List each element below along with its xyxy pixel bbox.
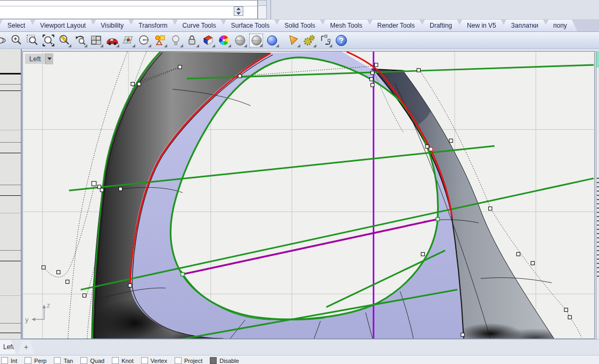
rotate-view-icon[interactable]: [0, 34, 7, 47]
control-point[interactable]: [65, 280, 69, 283]
control-point[interactable]: [97, 185, 101, 188]
control-point[interactable]: [370, 78, 373, 81]
tab-new-in-v5[interactable]: New in V5: [456, 20, 507, 31]
light-icon[interactable]: [169, 34, 183, 47]
spinner-down-button[interactable]: [234, 12, 243, 16]
new-viewport-tab-button[interactable]: +: [18, 340, 34, 354]
control-point[interactable]: [564, 308, 568, 311]
control-point[interactable]: [100, 188, 103, 192]
checkbox-knot[interactable]: [112, 357, 119, 364]
command-scrollbar[interactable]: [258, 0, 267, 19]
shade-car-icon[interactable]: [105, 34, 119, 47]
shaded-view-icon[interactable]: [233, 34, 247, 47]
rendered-view-icon[interactable]: [265, 34, 279, 47]
strip-line: [0, 90, 21, 91]
cone-icon[interactable]: [286, 34, 300, 47]
control-point[interactable]: [489, 207, 492, 210]
tab-popu[interactable]: попу: [543, 20, 578, 31]
curve-endpoint[interactable]: [181, 272, 184, 276]
control-point[interactable]: [131, 82, 134, 86]
control-point-selected[interactable]: [429, 147, 432, 151]
dimension-icon[interactable]: [318, 34, 332, 47]
teal-panel-block: [596, 51, 599, 68]
shaded-view-active-icon[interactable]: [249, 34, 263, 47]
control-point[interactable]: [137, 82, 141, 86]
tab-surface-tools[interactable]: Surface Tools: [220, 20, 281, 31]
checkbox-vertex[interactable]: [141, 357, 148, 364]
tab-curve-tools[interactable]: Curve Tools: [172, 20, 227, 31]
control-point[interactable]: [425, 145, 429, 148]
control-point[interactable]: [83, 294, 86, 297]
tab-render-tools[interactable]: Render Tools: [367, 20, 426, 31]
viewport-left[interactable]: Left: [22, 51, 595, 339]
control-point[interactable]: [531, 261, 534, 264]
checkbox-quad[interactable]: [80, 357, 87, 364]
control-point[interactable]: [417, 69, 420, 72]
osnap-quad[interactable]: Quad: [80, 357, 104, 364]
spinner-up-button[interactable]: [234, 7, 243, 12]
zoom-in-icon[interactable]: [10, 34, 23, 47]
osnap-perp[interactable]: Perp: [24, 357, 46, 364]
command-input[interactable]: [0, 0, 258, 19]
visibility-wedge-icon[interactable]: [201, 34, 215, 47]
named-objects-icon[interactable]: [153, 34, 167, 47]
tab-visibility[interactable]: Visibility: [90, 20, 134, 31]
control-point[interactable]: [128, 284, 132, 287]
osnap-vertex[interactable]: Vertex: [141, 357, 167, 364]
checkbox-perp[interactable]: [24, 357, 31, 364]
main-toolbar: ?: [0, 32, 599, 49]
osnap-disable[interactable]: Disable: [210, 357, 239, 364]
zoom-window-icon[interactable]: [42, 34, 55, 47]
osnap-tan[interactable]: Tan: [54, 357, 73, 364]
control-point[interactable]: [92, 181, 96, 186]
control-point[interactable]: [374, 63, 378, 67]
chevron-down-icon: [47, 57, 52, 60]
zoom-selected-icon[interactable]: [58, 34, 71, 47]
strip-line: [0, 295, 21, 296]
command-area: [0, 0, 599, 19]
viewport-canvas[interactable]: z y: [23, 52, 594, 338]
checkbox-tan[interactable]: [54, 357, 61, 364]
undo-view-icon[interactable]: [73, 34, 87, 47]
control-point[interactable]: [568, 316, 571, 319]
osnap-knot[interactable]: Knot: [112, 357, 134, 364]
control-point[interactable]: [461, 333, 464, 336]
control-point[interactable]: [516, 252, 520, 255]
checkbox-int[interactable]: [1, 357, 8, 364]
tab-mesh-tools[interactable]: Mesh Tools: [319, 20, 373, 31]
set-view-icon[interactable]: [137, 34, 151, 47]
curve-endpoint[interactable]: [436, 218, 439, 221]
control-point[interactable]: [238, 75, 241, 78]
control-point[interactable]: [178, 65, 182, 69]
scrollbar-up-button[interactable]: [258, 1, 266, 6]
control-point[interactable]: [119, 187, 122, 191]
svg-text:?: ?: [339, 36, 344, 45]
tab-drafting[interactable]: Drafting: [419, 20, 463, 31]
control-point[interactable]: [371, 84, 374, 87]
checkbox-disable[interactable]: [210, 357, 217, 364]
cplane-grid-icon[interactable]: [121, 34, 135, 47]
viewport-menu-arrow[interactable]: [45, 53, 53, 64]
osnap-project[interactable]: Project: [175, 357, 202, 364]
osnap-int[interactable]: Int: [1, 357, 17, 364]
right-viewport-edge[interactable]: [596, 51, 599, 339]
checkbox-project[interactable]: [175, 357, 182, 364]
tab-transform[interactable]: Transform: [128, 20, 178, 31]
color-wheel-icon[interactable]: [217, 34, 231, 47]
zoom-dynamic-icon[interactable]: [26, 34, 39, 47]
tab-solid-tools[interactable]: Solid Tools: [274, 20, 326, 31]
help-icon[interactable]: ?: [334, 34, 348, 47]
tab-viewport-layout[interactable]: Viewport Layout: [29, 20, 96, 31]
tab-zaplatki[interactable]: Заплатки: [500, 20, 549, 31]
viewport-title[interactable]: Left: [25, 54, 45, 64]
lock-icon[interactable]: [185, 34, 199, 47]
control-point[interactable]: [449, 139, 453, 142]
four-viewports-icon[interactable]: [89, 34, 103, 47]
control-point[interactable]: [42, 266, 45, 269]
gears-icon[interactable]: [302, 34, 316, 47]
control-point[interactable]: [421, 252, 424, 255]
viewport-tab-left[interactable]: Left: [0, 340, 16, 354]
control-point[interactable]: [57, 270, 60, 274]
control-point[interactable]: [371, 71, 374, 75]
left-viewport-edge[interactable]: [0, 49, 22, 339]
